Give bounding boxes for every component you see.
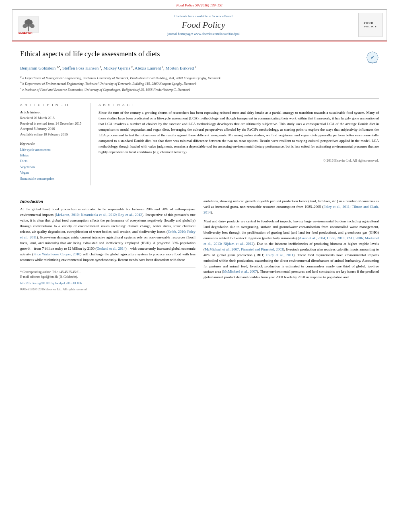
- authors-text: Benjamin Goldstein a,*, Steffen Foss Han…: [20, 66, 196, 70]
- author-hansen[interactable]: Steffen Foss Hansen: [62, 66, 99, 70]
- keyword-1[interactable]: Life-cycle-assessment: [20, 147, 85, 152]
- affiliations: a a Department of Management Engineering…: [20, 75, 379, 92]
- svg-text:CrossMark: CrossMark: [368, 62, 377, 64]
- author-goldstein[interactable]: Benjamin Goldstein: [20, 66, 56, 70]
- cite-mclaren[interactable]: McLaren, 2010; Notarnicola et al., 2012;…: [56, 213, 142, 217]
- svg-text:ELSEVIER: ELSEVIER: [19, 31, 33, 34]
- article-history-title: Article history:: [20, 110, 85, 114]
- keyword-4[interactable]: Vegetarian: [20, 164, 85, 170]
- article-title: Ethical aspects of life cycle assessment…: [20, 49, 160, 59]
- elsevier-logo: ELSEVIER: [16, 14, 45, 35]
- elsevier-logo-svg: ELSEVIER: [16, 14, 49, 35]
- doi-link[interactable]: http://dx.doi.org/10.1016/j.foodpol.2016…: [20, 281, 82, 285]
- affiliation-b: b b Department of Environmental Engineer…: [20, 80, 379, 86]
- issn-line: 0306-9192/© 2016 Elsevier Ltd. All right…: [20, 288, 195, 291]
- sciencedirect-link[interactable]: ScienceDirect: [212, 14, 232, 18]
- affiliation-a: a a Department of Management Engineering…: [20, 75, 379, 81]
- body-two-col: Introduction At the global level, food p…: [20, 199, 379, 291]
- corresponding-note: * Corresponding author. Tel.: +45 45 25 …: [20, 270, 195, 275]
- article-info-abstract: A R T I C L E I N F O Article history: R…: [20, 103, 379, 185]
- journal-header: ELSEVIER Contents lists available at Sci…: [12, 9, 387, 41]
- author-laurent[interactable]: Alexis Laurent: [135, 66, 161, 70]
- author-birkved[interactable]: Morten Birkved: [166, 66, 194, 70]
- logo-policy: POLICY: [364, 25, 377, 29]
- affil-divider: [20, 99, 379, 99]
- abstract-text: Since the turn of the century a growing …: [99, 110, 379, 155]
- abstract-section-label: A B S T R A C T: [99, 103, 379, 107]
- body-left-col: Introduction At the global level, food p…: [20, 199, 195, 291]
- food-policy-logo: FOOD POLICY: [358, 13, 383, 37]
- author-gjerris[interactable]: Mickey Gjerris: [103, 66, 130, 70]
- cite-mcmichael2[interactable]: McMichael et al., 2007: [223, 269, 257, 273]
- homepage-prefix: journal homepage:: [167, 32, 193, 36]
- crossmark-icon: ✓ CrossMark: [366, 51, 379, 65]
- journal-title: Food Policy: [49, 20, 358, 30]
- email-note: E-mail address: bgol@dtu.dk (B. Goldstei…: [20, 275, 195, 279]
- contents-line: Contents lists available at ScienceDirec…: [49, 14, 358, 18]
- svg-text:✓: ✓: [370, 55, 374, 60]
- cite-mcmichael[interactable]: McMichael et al., 2007; Pimentel and Pim…: [205, 247, 283, 251]
- contents-prefix: Contents lists available at: [175, 14, 212, 18]
- intro-para-1: At the global level, food production is …: [20, 207, 195, 263]
- cite-pwc[interactable]: Price Waterhouse Cooper, 2010: [33, 252, 80, 256]
- article-history-group: Article history: Received 20 March 2015 …: [20, 110, 85, 137]
- journal-homepage: journal homepage: www.elsevier.com/locat…: [49, 32, 358, 36]
- keywords-list: Life-cycle-assessment Ethics Diets Veget…: [20, 147, 85, 182]
- cite-asner[interactable]: Asner et al., 2004; Cribb, 2010; FAO, 20…: [204, 236, 379, 246]
- available-date: Available online 10 February 2016: [20, 132, 85, 138]
- journal-ref-text: Food Policy 59 (2016) 139–151: [176, 3, 222, 7]
- keyword-3[interactable]: Diets: [20, 158, 85, 164]
- main-content: Ethical aspects of life cycle assessment…: [0, 41, 399, 299]
- intro-heading: Introduction: [20, 199, 195, 203]
- article-dates: Received 20 March 2015 Received in revis…: [20, 115, 85, 137]
- copyright-line: © 2016 Elsevier Ltd. All rights reserved…: [99, 158, 379, 162]
- keyword-2[interactable]: Ethics: [20, 152, 85, 158]
- homepage-url[interactable]: www.elsevier.com/locate/foodpol: [194, 32, 240, 36]
- cite-gerland[interactable]: Gerland et al., 2014: [97, 246, 125, 251]
- keywords-group: Keywords: Life-cycle-assessment Ethics D…: [20, 142, 85, 182]
- authors-line: Benjamin Goldstein a,*, Steffen Foss Han…: [20, 65, 379, 72]
- cite-foley[interactable]: Foley et al., 2011; Tilman and Clark, 20…: [204, 205, 379, 214]
- affiliation-c: c c Institute of Food and Resource Econo…: [20, 86, 379, 92]
- keyword-6[interactable]: Sustainable consumption: [20, 176, 85, 181]
- keywords-title: Keywords:: [20, 142, 85, 146]
- cite-cribb[interactable]: Cribb, 2010; Foley et al., 2011: [20, 230, 195, 239]
- received-revised-date: Received in revised form 14 December 201…: [20, 121, 85, 127]
- abstract-col: A B S T R A C T Since the turn of the ce…: [99, 103, 379, 185]
- logo-food: FOOD: [364, 21, 377, 25]
- intro-para-right-2: Meat and dairy products are central to f…: [204, 219, 379, 280]
- keyword-5[interactable]: Vegan: [20, 170, 85, 175]
- title-row: Ethical aspects of life cycle assessment…: [20, 49, 379, 65]
- article-info-label: A R T I C L E I N F O: [20, 103, 85, 107]
- accepted-date: Accepted 5 January 2016: [20, 126, 85, 132]
- journal-center: Contents lists available at ScienceDirec…: [49, 14, 358, 36]
- journal-reference: Food Policy 59 (2016) 139–151: [0, 0, 399, 9]
- body-right-col: ambitions, showing reduced growth in yie…: [204, 199, 379, 291]
- received-date: Received 20 March 2015: [20, 115, 85, 121]
- cite-foley2[interactable]: Foley et al., 2011: [266, 253, 294, 257]
- footnote-area: * Corresponding author. Tel.: +45 45 25 …: [20, 267, 195, 291]
- body-divider: [20, 192, 379, 192]
- intro-para-right-1: ambitions, showing reduced growth in yie…: [204, 199, 379, 216]
- page: Food Policy 59 (2016) 139–151 ELSEVIER C…: [0, 0, 399, 532]
- article-info-col: A R T I C L E I N F O Article history: R…: [20, 103, 90, 185]
